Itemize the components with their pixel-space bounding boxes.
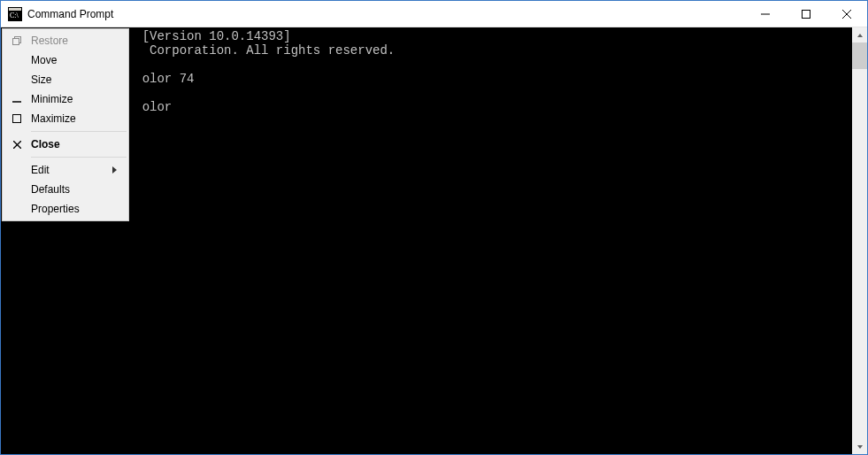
maximize-button[interactable] [786,1,826,27]
svg-rect-4 [803,10,810,18]
menu-label: Size [31,73,51,86]
chevron-right-icon [112,166,118,175]
menu-label: Minimize [31,93,73,105]
menu-label: Edit [31,164,50,176]
menu-maximize[interactable]: Maximize [4,109,127,128]
scroll-track[interactable] [852,42,867,439]
window-title: Command Prompt [27,8,113,20]
menu-separator [31,131,127,132]
menu-separator [31,157,127,158]
close-icon [10,137,24,151]
close-button[interactable] [826,1,867,27]
window-frame: C:\ Command Prompt [Version 10.0.14393] … [0,0,868,455]
menu-label: Defaults [31,183,70,196]
scroll-thumb[interactable] [852,42,867,69]
vertical-scrollbar[interactable] [852,27,867,454]
menu-label: Properties [31,203,80,215]
minimize-icon [10,92,24,106]
restore-icon [10,34,24,48]
svg-marker-8 [857,445,863,449]
menu-size[interactable]: Size [4,70,127,89]
console-area[interactable]: [Version 10.0.14393] Corporation. All ri… [1,27,867,454]
menu-label: Move [31,54,57,66]
menu-move[interactable]: Move [4,50,127,70]
svg-marker-15 [112,166,117,174]
system-menu: Restore Move Size Minimize Maximize Clos… [2,28,129,221]
svg-rect-1 [9,8,21,11]
scroll-up-button[interactable] [852,27,867,42]
scroll-down-button[interactable] [852,439,867,454]
menu-restore: Restore [4,31,127,50]
svg-rect-10 [13,39,19,45]
window-controls [745,1,867,27]
svg-rect-12 [13,115,21,123]
titlebar[interactable]: C:\ Command Prompt [1,1,867,27]
menu-defaults[interactable]: Defaults [4,180,127,199]
menu-minimize[interactable]: Minimize [4,89,127,109]
menu-label: Maximize [31,112,76,125]
minimize-button[interactable] [745,1,786,27]
app-icon[interactable]: C:\ [8,7,22,21]
console-output: [Version 10.0.14393] Corporation. All ri… [1,27,867,114]
menu-close[interactable]: Close [4,135,127,154]
menu-properties[interactable]: Properties [4,199,127,219]
svg-text:C:\: C:\ [10,12,19,19]
menu-label: Close [31,138,60,150]
menu-edit[interactable]: Edit [4,160,127,180]
menu-label: Restore [31,35,68,47]
svg-marker-7 [857,34,863,37]
maximize-icon [10,112,24,126]
